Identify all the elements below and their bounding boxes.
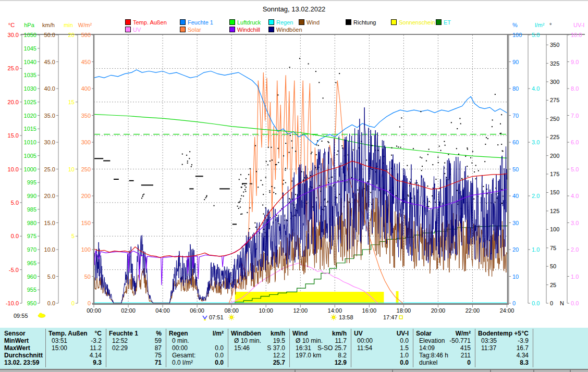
cell-value: 1.5 xyxy=(370,344,409,351)
svg-text:6.0: 6.0 xyxy=(571,139,579,145)
svg-text:15.0: 15.0 xyxy=(44,220,55,226)
col-unit: °C xyxy=(66,330,102,337)
time-label: 06:00 xyxy=(190,307,204,314)
svg-text:2.0: 2.0 xyxy=(571,246,579,253)
svg-text:990: 990 xyxy=(27,193,36,199)
svg-text:4.0: 4.0 xyxy=(532,85,540,92)
status-bar-notch xyxy=(490,370,491,372)
svg-text:75: 75 xyxy=(550,245,556,251)
time-label: 14:00 xyxy=(328,307,342,314)
cell-value: 19.5 xyxy=(247,337,285,344)
svg-text:325: 325 xyxy=(550,60,559,67)
svg-text:10.0: 10.0 xyxy=(44,246,55,253)
svg-text:3.0: 3.0 xyxy=(571,220,579,226)
cell-value: 12.2 xyxy=(247,352,285,358)
svg-text:20: 20 xyxy=(68,32,75,38)
svg-text:25.0: 25.0 xyxy=(44,166,55,172)
cell-value: 12.9 xyxy=(308,359,347,366)
svg-text:15: 15 xyxy=(68,99,75,105)
series-sonnenschein xyxy=(235,291,399,303)
sensor-stats-table: SensorMinWertMaxWertDurchschnitt13.02. 2… xyxy=(0,328,588,369)
svg-text:350: 350 xyxy=(81,113,91,119)
status-bar-notch xyxy=(533,370,534,372)
col-title-uv: UV xyxy=(354,330,363,337)
svg-text:995: 995 xyxy=(27,179,36,185)
svg-text:80: 80 xyxy=(512,85,519,92)
svg-text:985: 985 xyxy=(27,206,36,213)
svg-text:960: 960 xyxy=(27,274,36,280)
series-solar xyxy=(229,72,403,303)
svg-text:15.0: 15.0 xyxy=(8,132,19,139)
cell-value: 4.14 xyxy=(64,352,102,358)
svg-text:50: 50 xyxy=(84,274,91,280)
svg-text:-10.0: -10.0 xyxy=(6,300,19,306)
svg-text:5.0: 5.0 xyxy=(11,200,19,206)
table-separator xyxy=(475,329,475,367)
axis-unit-label: min xyxy=(64,22,73,28)
svg-text:1.0: 1.0 xyxy=(532,246,540,253)
marker-sunshine-start: 09:55 xyxy=(14,313,45,319)
svg-text:10.0: 10.0 xyxy=(8,166,19,172)
cell-value: 0.0 xyxy=(370,337,409,344)
cell-value: 0 xyxy=(432,359,471,366)
marker-time-label: 07:51 xyxy=(209,314,224,320)
svg-text:0: 0 xyxy=(71,300,75,306)
cell-label: 0 min. xyxy=(172,337,189,344)
cell-value: S-SO 25.7 xyxy=(308,344,347,351)
svg-text:90: 90 xyxy=(512,59,519,65)
svg-text:50: 50 xyxy=(512,166,519,172)
svg-text:0: 0 xyxy=(550,300,553,306)
svg-text:25.0: 25.0 xyxy=(8,65,19,71)
col-unit: UV-I xyxy=(372,330,409,337)
svg-text:400: 400 xyxy=(81,85,91,92)
svg-text:8.0: 8.0 xyxy=(571,85,579,92)
svg-text:175: 175 xyxy=(550,171,559,177)
series-feuchte-1 xyxy=(94,70,507,145)
cell-value: 0.0 xyxy=(185,344,224,351)
time-label: 04:00 xyxy=(155,307,170,314)
marker-time-label: 17:47 xyxy=(383,314,398,320)
svg-text:10: 10 xyxy=(68,166,75,172)
svg-text:10.0: 10.0 xyxy=(571,32,582,38)
cell-value: 0.0 xyxy=(185,359,224,366)
col-unit: % xyxy=(127,330,162,337)
series-richtung xyxy=(94,58,506,237)
table-separator xyxy=(228,329,228,367)
col-title-regen: Regen xyxy=(169,330,188,337)
svg-text:1050: 1050 xyxy=(24,32,36,38)
svg-text:350: 350 xyxy=(550,42,559,48)
svg-text:2.0: 2.0 xyxy=(532,193,540,199)
svg-text:60: 60 xyxy=(512,139,519,145)
svg-text:275: 275 xyxy=(550,97,559,103)
marker-sunset: 17:47 xyxy=(383,314,402,320)
svg-text:20.0: 20.0 xyxy=(44,193,55,199)
time-label: 24:00 xyxy=(500,307,514,314)
cell-value: 11.2 xyxy=(64,344,102,351)
svg-text:35.0: 35.0 xyxy=(44,113,55,119)
svg-text:5.0: 5.0 xyxy=(571,166,579,172)
axis-w-m: W/m²050100150200250300350400450500 xyxy=(78,22,94,306)
time-label: 02:00 xyxy=(121,307,136,314)
col-title-solar: Solar xyxy=(416,330,432,337)
table-separator xyxy=(351,329,351,367)
svg-text:70: 70 xyxy=(512,113,519,119)
cell-value: -3.2 xyxy=(64,337,102,344)
cell-value: 9.3 xyxy=(64,359,102,366)
svg-text:50: 50 xyxy=(550,263,556,269)
time-label: 12:00 xyxy=(293,307,308,314)
time-label: 20:00 xyxy=(431,307,446,314)
svg-text:1000: 1000 xyxy=(24,166,36,172)
axis-km-h: km/h0.05.010.015.020.025.030.035.040.045… xyxy=(42,22,58,306)
weather-chart: °C-10.0-5.00.05.010.015.020.025.030.0hPa… xyxy=(0,1,588,327)
cell-value: 71 xyxy=(125,359,162,366)
svg-text:N: N xyxy=(560,300,564,306)
svg-text:955: 955 xyxy=(27,287,36,293)
svg-text:5.0: 5.0 xyxy=(47,274,55,280)
svg-text:30.0: 30.0 xyxy=(8,32,19,38)
cell-value: 75 xyxy=(125,352,162,358)
cell-value: 4.34 xyxy=(494,352,529,358)
svg-text:1010: 1010 xyxy=(24,139,36,145)
axis-unit-label: % xyxy=(512,22,518,28)
weather-app-window: Sonntag, 13.02.2022 Temp. AußenFeuchte 1… xyxy=(0,0,588,372)
svg-text:30.0: 30.0 xyxy=(44,139,55,145)
